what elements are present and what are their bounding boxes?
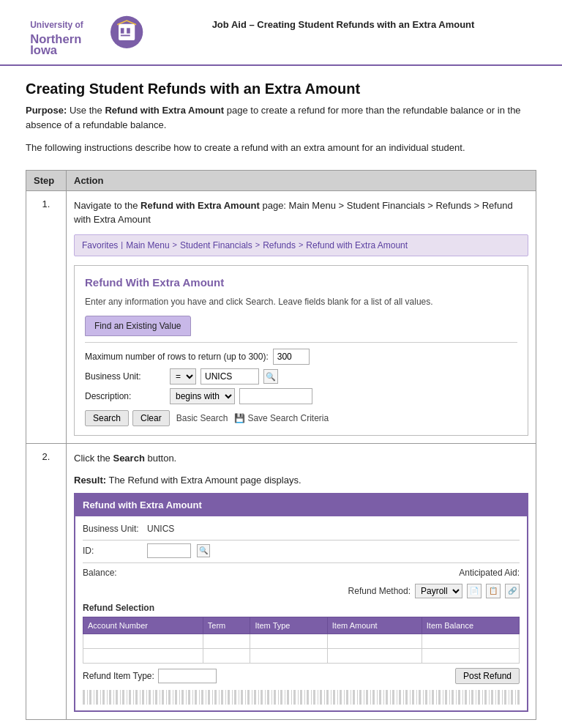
clear-button[interactable]: Clear (132, 410, 170, 426)
cell2-item-balance (422, 649, 519, 664)
refund-item-type-row: Refund Item Type: Post Refund (83, 668, 520, 684)
result-divider1 (83, 540, 520, 541)
step1-number: 1. (26, 190, 67, 444)
refund-icon-btn3[interactable]: 🔗 (505, 584, 520, 598)
breadcrumb-rwea[interactable]: Refund with Extra Amount (306, 239, 408, 252)
col-item-amount: Item Amount (327, 617, 422, 634)
search-form: Maximum number of rows to return (up to … (85, 349, 517, 426)
business-unit-operator[interactable]: = (170, 368, 196, 385)
max-rows-row: Maximum number of rows to return (up to … (85, 349, 517, 365)
refund-icon-btn2[interactable]: 📋 (486, 584, 501, 598)
col-step: Step (26, 170, 67, 190)
save-criteria-link[interactable]: 💾 Save Search Criteria (234, 412, 329, 425)
refund-item-type-input[interactable] (158, 669, 217, 683)
max-rows-input[interactable] (273, 349, 310, 365)
steps-table: Step Action 1. Navigate to the Refund wi… (26, 170, 536, 721)
breadcrumb-refunds[interactable]: Refunds (263, 239, 296, 252)
step2-text2: button. (147, 453, 176, 464)
description-input[interactable] (239, 388, 312, 404)
step2-click-text: Click the (74, 453, 113, 464)
business-unit-row: Business Unit: = 🔍 (85, 368, 517, 385)
breadcrumb-mainmenu[interactable]: Main Menu (126, 239, 169, 252)
result-anticipated-label: Anticipated Aid: (459, 566, 520, 579)
max-rows-label: Maximum number of rows to return (up to … (85, 350, 269, 363)
page-title: Creating Student Refunds with an Extra A… (26, 81, 536, 97)
uni-logo-svg: University of Northern Iowa (22, 13, 146, 57)
result-panel-header: Refund with Extra Amount (75, 494, 527, 516)
step2-action: Click the Search button. Result: The Ref… (67, 444, 536, 720)
breadcrumb-student-financials[interactable]: Student Financials (180, 239, 252, 252)
refund-method-row: Refund Method: Payroll 📄 📋 🔗 (83, 584, 520, 598)
result-balance-label: Balance: (83, 566, 141, 579)
step1-navigate-text: Navigate to the (74, 200, 140, 211)
refund-selection-table: Account Number Term Item Type Item Amoun… (83, 617, 520, 664)
col-account-number: Account Number (83, 617, 203, 634)
search-buttons-row: Search Clear Basic Search 💾 Save Search … (85, 410, 517, 426)
business-unit-search-icon[interactable]: 🔍 (263, 369, 278, 384)
purpose-paragraph: Purpose: Use the Refund with Extra Amoun… (26, 103, 536, 132)
result-balance-row: Balance: Anticipated Aid: (83, 566, 520, 579)
breadcrumb-bar: Favorites | Main Menu > Student Financia… (74, 234, 528, 256)
step2-bold: Search (113, 453, 144, 464)
result-bold-label: Result: (74, 475, 106, 486)
result-id-row: ID: 🔍 (83, 543, 520, 558)
cell2-account (83, 649, 203, 664)
purpose-label: Purpose: (26, 105, 67, 116)
result-id-label: ID: (83, 544, 141, 557)
result-panel-body: Business Unit: UNICS ID: 🔍 (75, 516, 527, 711)
refund-table-row-empty (83, 634, 520, 649)
result-text: The Refund with Extra Amount page displa… (108, 475, 301, 486)
refund-item-type-group: Refund Item Type: (83, 669, 217, 683)
col-term: Term (203, 617, 250, 634)
business-unit-label: Business Unit: (85, 370, 165, 383)
description-operator[interactable]: begins with (170, 388, 235, 404)
refund-selection-label: Refund Selection (83, 601, 520, 614)
svg-text:Iowa: Iowa (30, 43, 58, 57)
result-divider2 (83, 562, 520, 563)
result-bu-value: UNICS (147, 522, 174, 535)
step2-number: 2. (26, 444, 67, 720)
breadcrumb-arrow1: > (173, 239, 177, 251)
col-item-type: Item Type (250, 617, 327, 634)
table-row-step2: 2. Click the Search button. Result: The … (26, 444, 536, 720)
result-panel: Refund with Extra Amount Business Unit: … (74, 493, 528, 712)
result-id-input[interactable] (147, 543, 191, 558)
refund-icon-btn1[interactable]: 📄 (467, 584, 482, 598)
step1-action: Navigate to the Refund with Extra Amount… (67, 190, 536, 444)
svg-text:University of: University of (30, 20, 84, 30)
description-row: Description: begins with (85, 388, 517, 404)
cell-item-amount (327, 634, 422, 649)
table-row-step1: 1. Navigate to the Refund with Extra Amo… (26, 190, 536, 444)
description-label: Description: (85, 390, 165, 403)
col-item-balance: Item Balance (422, 617, 519, 634)
purpose-bold: Refund with Extra Amount (105, 105, 224, 116)
rwea-panel-title: Refund With Extra Amount (85, 275, 517, 291)
cell2-term (203, 649, 250, 664)
purpose-text: Use the (70, 105, 105, 116)
result-business-unit-row: Business Unit: UNICS (83, 522, 520, 535)
svg-rect-3 (127, 28, 130, 33)
rwea-panel-desc: Enter any information you have and click… (85, 295, 517, 308)
tab-divider (85, 342, 517, 343)
business-unit-input[interactable] (201, 368, 259, 385)
refund-method-label: Refund Method: (348, 584, 411, 598)
save-icon: 💾 (234, 412, 245, 425)
save-criteria-text: Save Search Criteria (247, 412, 329, 425)
breadcrumb-favorites[interactable]: Favorites (82, 239, 118, 252)
refund-item-type-label: Refund Item Type: (83, 669, 154, 683)
col-action: Action (67, 170, 536, 190)
cell-item-balance (422, 634, 519, 649)
search-button[interactable]: Search (85, 410, 129, 426)
post-refund-button[interactable]: Post Refund (455, 668, 520, 684)
find-existing-value-tab[interactable]: Find an Existing Value (85, 316, 191, 336)
squiggly-decoration (83, 690, 520, 705)
result-id-search-icon[interactable]: 🔍 (197, 544, 210, 557)
svg-rect-4 (121, 35, 130, 37)
cell2-item-amount (327, 649, 422, 664)
basic-search-link[interactable]: Basic Search (176, 412, 228, 425)
refund-method-select[interactable]: Payroll (415, 584, 462, 598)
breadcrumb-sep1: | (121, 239, 123, 251)
breadcrumb-arrow3: > (299, 239, 303, 251)
page-header: University of Northern Iowa Job Aid – Cr… (0, 0, 562, 66)
rwea-panel: Refund With Extra Amount Enter any infor… (74, 265, 528, 437)
